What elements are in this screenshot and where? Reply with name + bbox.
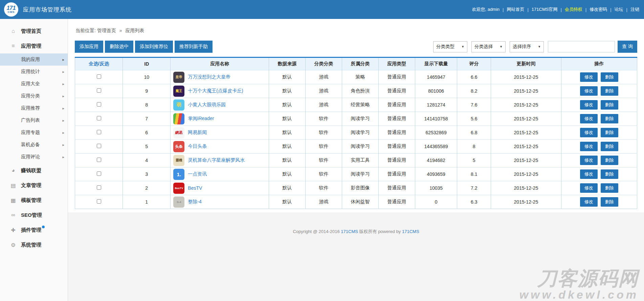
sidebar-item-app-recommend[interactable]: 应用推荐▸ xyxy=(0,102,68,114)
category-cell: 游戏 xyxy=(305,195,342,209)
sidebar-item-app-manage[interactable]: ≡应用管理 xyxy=(0,39,68,53)
delete-button[interactable]: 删除 xyxy=(601,156,618,165)
sidebar-item-my-apps[interactable]: 我的应用▸ xyxy=(0,53,68,66)
recommend-to-newbie-button[interactable]: 推荐到新手助 xyxy=(175,41,213,53)
app-name-link[interactable]: 今日头条 xyxy=(188,143,207,149)
row-checkbox[interactable] xyxy=(97,199,101,204)
delete-button[interactable]: 删除 xyxy=(601,197,618,207)
top-nav-site-home[interactable]: 网站首页 xyxy=(507,6,524,13)
delete-button[interactable]: 删除 xyxy=(601,169,618,179)
breadcrumb-home-link[interactable]: 管理首页 xyxy=(97,28,116,33)
edit-button[interactable]: 修改 xyxy=(580,197,598,207)
sidebar-item-app-category[interactable]: 应用分类▸ xyxy=(0,90,68,102)
copyright-link-2[interactable]: 171CMS xyxy=(402,229,419,234)
edit-button[interactable]: 修改 xyxy=(580,114,598,123)
page-title: 应用市场管理系统 xyxy=(23,6,72,14)
query-button[interactable]: 查 询 xyxy=(618,41,637,53)
rating-cell: 8 xyxy=(457,140,491,154)
delete-button[interactable]: 删除 xyxy=(601,100,618,110)
app-name-link[interactable]: BesTV xyxy=(188,185,202,191)
category-type-dropdown[interactable]: 分类类型▼ xyxy=(433,41,467,52)
sort-select-dropdown[interactable]: 选择排序▼ xyxy=(510,41,544,52)
row-checkbox[interactable] xyxy=(97,102,101,107)
app-name-link[interactable]: 整除-4 xyxy=(188,199,201,205)
edit-button[interactable]: 修改 xyxy=(580,128,598,137)
row-checkbox[interactable] xyxy=(97,116,101,120)
sidebar-item-system-manage[interactable]: ⚙系统管理 xyxy=(0,237,68,252)
sidebar-item-template-manage[interactable]: ▦模板管理 xyxy=(0,193,68,208)
table-row: 10皇帝万万没想到之大皇帝默认游戏策略普通应用14659476.62015-12… xyxy=(75,70,637,84)
sidebar-item-label: 应用分类 xyxy=(21,93,40,99)
apps-table: 全选/反选ID应用名称数据来源分类分类所属分类应用类型显示下载量评分更新时间操作… xyxy=(75,57,637,209)
select-all-toggle[interactable]: 全选/反选 xyxy=(75,57,123,70)
app-name-link[interactable]: 灵机算命八字星座解梦风水 xyxy=(188,157,245,163)
sidebar-item-ad-list[interactable]: 广告列表▸ xyxy=(0,114,68,126)
sidebar-item-money-alliance[interactable]: ◕赚钱联盟 xyxy=(0,163,68,178)
updated-cell: 2015-12-25 xyxy=(491,70,561,84)
actions-cell: 修改删除 xyxy=(561,140,637,154)
category-select-dropdown[interactable]: 分类选择▼ xyxy=(471,41,506,52)
top-nav-logout[interactable]: 注销 xyxy=(630,6,639,13)
edit-button[interactable]: 修改 xyxy=(580,169,598,179)
app-name-link[interactable]: 一点资讯 xyxy=(188,171,207,177)
sidebar-item-label: SEO管理 xyxy=(21,212,42,218)
top-nav-welcome[interactable]: 欢迎您, admin xyxy=(472,6,499,13)
top-nav-change-password[interactable]: 修改密码 xyxy=(590,6,607,13)
app-name-link[interactable]: 小黄人大眼萌乐园 xyxy=(188,102,226,108)
app-type-cell: 普通应用 xyxy=(378,140,415,154)
delete-selected-button[interactable]: 删除选中 xyxy=(105,41,133,53)
app-name-link[interactable]: 十万个大魔王(点爆皮卡丘) xyxy=(188,88,243,94)
sidebar-item-app-comments[interactable]: 应用评论▸ xyxy=(0,151,68,163)
edit-button[interactable]: 修改 xyxy=(580,86,598,96)
article-icon: ▤ xyxy=(10,182,16,189)
edit-button[interactable]: 修改 xyxy=(580,142,598,151)
delete-button[interactable]: 删除 xyxy=(601,114,618,123)
sidebar-item-admin-home[interactable]: ⌂管理首页 xyxy=(0,24,68,39)
checkbox-cell xyxy=(75,181,123,195)
edit-button[interactable]: 修改 xyxy=(580,72,598,82)
actions-cell: 修改删除 xyxy=(561,167,637,181)
app-id-cell: 2 xyxy=(123,181,171,195)
sidebar-item-app-all[interactable]: 应用大全▸ xyxy=(0,78,68,90)
search-input[interactable] xyxy=(548,41,615,52)
delete-button[interactable]: 删除 xyxy=(601,142,618,151)
edit-button[interactable]: 修改 xyxy=(580,100,598,110)
app-name-link[interactable]: 掌阅iReader xyxy=(188,116,214,122)
category-cell: 游戏 xyxy=(305,84,342,98)
app-name-link[interactable]: 万万没想到之大皇帝 xyxy=(188,74,230,80)
add-app-button[interactable]: 添加应用 xyxy=(75,41,103,53)
top-nav-forum[interactable]: 论坛 xyxy=(615,6,623,13)
app-icon: 萌 xyxy=(173,99,184,111)
delete-button[interactable]: 删除 xyxy=(601,86,618,96)
sidebar-item-seo-manage[interactable]: ∞SEO管理 xyxy=(0,208,68,223)
top-nav-official-site[interactable]: 171CMS官网 xyxy=(532,6,558,13)
column-header: 显示下载量 xyxy=(415,57,457,70)
data-source-cell: 默认 xyxy=(269,195,306,209)
sidebar-item-article-manage[interactable]: ▤文章管理 xyxy=(0,178,68,193)
sidebar-item-required-install[interactable]: 装机必备▸ xyxy=(0,139,68,151)
table-body: 10皇帝万万没想到之大皇帝默认游戏策略普通应用14659476.62015-12… xyxy=(75,70,637,209)
app-name-link[interactable]: 网易新闻 xyxy=(188,130,207,136)
edit-button[interactable]: 修改 xyxy=(580,156,598,165)
row-checkbox[interactable] xyxy=(97,88,101,93)
row-checkbox[interactable] xyxy=(97,171,101,176)
delete-button[interactable]: 删除 xyxy=(601,72,618,82)
edit-button[interactable]: 修改 xyxy=(580,183,598,193)
nav-separator: | xyxy=(503,7,504,12)
sidebar-item-app-topic[interactable]: 应用专题▸ xyxy=(0,126,68,139)
row-checkbox[interactable] xyxy=(97,130,101,134)
row-checkbox[interactable] xyxy=(97,74,101,79)
sidebar-item-app-stats[interactable]: 应用统计▸ xyxy=(0,66,68,78)
delete-button[interactable]: 删除 xyxy=(601,128,618,137)
sidebar-item-plugin-manage[interactable]: ✚插件管理 xyxy=(0,223,68,237)
row-checkbox[interactable] xyxy=(97,158,101,162)
add-to-recommend-button[interactable]: 添加到推荐位 xyxy=(135,41,173,53)
row-checkbox[interactable] xyxy=(97,185,101,190)
top-nav-vip-privilege[interactable]: 会员特权 xyxy=(565,6,582,13)
logo: 171 CMS xyxy=(4,2,18,17)
chevron-right-icon: ▸ xyxy=(62,57,64,62)
sidebar-item-label: 应用统计 xyxy=(21,69,40,75)
row-checkbox[interactable] xyxy=(97,144,101,148)
delete-button[interactable]: 删除 xyxy=(601,183,618,193)
copyright-link-1[interactable]: 171CMS xyxy=(341,229,358,234)
